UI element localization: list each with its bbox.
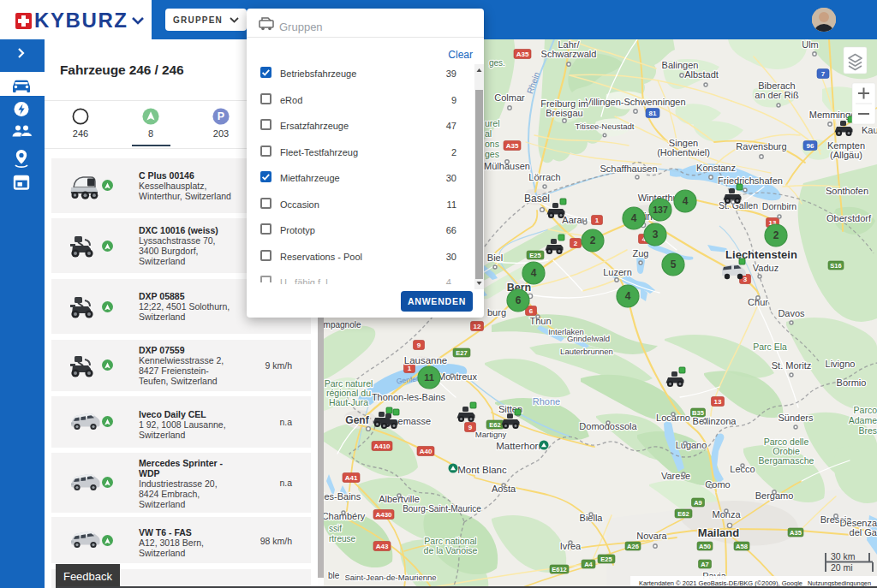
svg-text:Adame: Adame	[849, 415, 877, 425]
svg-text:ble: ble	[328, 571, 340, 580]
svg-text:A41: A41	[345, 474, 358, 482]
svg-text:Zug: Zug	[633, 248, 649, 258]
svg-text:Friedrichshafen: Friedrichshafen	[718, 175, 783, 186]
svg-text:4: 4	[683, 195, 689, 207]
svg-text:urel: urel	[485, 118, 500, 128]
svg-text:St. Moritz: St. Moritz	[772, 360, 811, 371]
svg-text:Villingen-Schwenningen: Villingen-Schwenningen	[585, 97, 685, 107]
svg-text:Schwarzwald: Schwarzwald	[541, 49, 597, 59]
svg-text:A7: A7	[701, 561, 709, 568]
svg-text:Genf: Genf	[345, 414, 369, 426]
svg-text:Vaduz: Vaduz	[753, 263, 779, 273]
svg-text:Lausanne: Lausanne	[404, 355, 448, 365]
svg-text:ons: ons	[485, 139, 499, 149]
svg-text:Mailand: Mailand	[698, 526, 739, 539]
svg-text:KYBURZ: KYBURZ	[34, 9, 128, 32]
svg-text:30 km: 30 km	[831, 551, 856, 561]
svg-text:A35: A35	[790, 529, 802, 537]
svg-text:Oberstdorf: Oberstdorf	[826, 213, 872, 223]
svg-text:A43: A43	[376, 543, 389, 550]
svg-text:12: 12	[474, 323, 481, 330]
svg-text:Matterhorn: Matterhorn	[496, 441, 544, 451]
svg-text:Como: Como	[705, 479, 730, 490]
svg-text:3: 3	[743, 276, 748, 283]
svg-text:A430: A430	[375, 511, 392, 519]
svg-text:9: 9	[417, 342, 421, 349]
svg-text:1: 1	[408, 365, 412, 372]
svg-text:Bormio: Bormio	[837, 377, 867, 388]
svg-text:S16: S16	[830, 262, 841, 270]
svg-text:del Ga: del Ga	[850, 527, 877, 538]
svg-text:A58: A58	[736, 543, 748, 550]
svg-text:Kaufbeuren: Kaufbeuren	[862, 125, 877, 135]
svg-text:Dornbirn: Dornbirn	[762, 201, 796, 211]
svg-text:Varese: Varese	[661, 471, 690, 481]
svg-text:rtreuse: rtreuse	[329, 534, 356, 543]
svg-text:5: 5	[671, 258, 677, 270]
svg-text:A40: A40	[420, 448, 433, 455]
svg-text:ges.: ges.	[489, 58, 505, 68]
svg-text:E612: E612	[552, 566, 567, 573]
svg-text:E62: E62	[677, 510, 689, 518]
svg-text:A9: A9	[694, 499, 702, 507]
svg-text:Davos: Davos	[778, 308, 805, 318]
svg-text:A410: A410	[373, 442, 391, 450]
svg-text:Martigny: Martigny	[475, 430, 507, 439]
svg-text:2: 2	[590, 235, 596, 246]
svg-text:Lugano: Lugano	[676, 440, 707, 450]
svg-text:96: 96	[807, 142, 814, 150]
svg-text:4: 4	[625, 290, 631, 302]
svg-text:9: 9	[468, 424, 473, 431]
svg-text:Bellinzona: Bellinzona	[693, 416, 737, 426]
svg-text:Lörrach: Lörrach	[528, 172, 560, 182]
svg-text:E25: E25	[600, 555, 612, 563]
svg-text:al: al	[485, 128, 492, 139]
svg-text:4: 4	[531, 267, 537, 279]
svg-text:Thun: Thun	[529, 316, 551, 326]
svg-text:Biel: Biel	[487, 252, 503, 263]
svg-text:Novara: Novara	[636, 531, 667, 541]
svg-text:Thonon-les-Bains: Thonon-les-Bains	[372, 392, 446, 402]
svg-text:2: 2	[574, 240, 578, 247]
svg-text:Montreux: Montreux	[438, 371, 477, 382]
svg-text:4: 4	[631, 212, 637, 224]
svg-text:6: 6	[516, 294, 522, 306]
svg-text:A35: A35	[506, 142, 519, 150]
svg-text:Luzern: Luzern	[603, 267, 632, 277]
svg-text:(Hohentwiel): (Hohentwiel)	[657, 147, 710, 157]
svg-text:Sünders: Sünders	[779, 413, 814, 423]
svg-text:A26: A26	[627, 543, 639, 550]
svg-text:Saint-Jean-de-Maurienne: Saint-Jean-de-Maurienne	[344, 573, 436, 582]
svg-text:Rhone: Rhone	[533, 396, 560, 407]
svg-text:Parc Ela: Parc Ela	[753, 342, 787, 352]
svg-text:137: 137	[653, 205, 668, 215]
svg-text:Schaffhausen: Schaffhausen	[600, 163, 657, 174]
svg-text:Ravensburg: Ravensburg	[736, 141, 786, 151]
svg-text:ges: ges	[485, 149, 499, 159]
svg-text:Breisgau: Breisgau	[546, 108, 582, 118]
svg-text:burg: burg	[487, 307, 506, 318]
svg-text:an der Riß: an der Riß	[755, 90, 799, 100]
svg-text:Konstanz: Konstanz	[696, 163, 736, 173]
svg-text:ssif: ssif	[329, 524, 342, 533]
svg-text:A4: A4	[584, 561, 593, 568]
svg-text:Sonthofen: Sonthofen	[826, 186, 868, 196]
svg-text:x-les-Bains: x-les-Bains	[324, 491, 361, 502]
svg-text:de la Vanoise: de la Vanoise	[424, 545, 478, 555]
svg-text:A50: A50	[699, 543, 711, 550]
svg-text:3: 3	[653, 229, 659, 241]
svg-text:Ulm: Ulm	[802, 39, 819, 50]
svg-text:Haut-Jura: Haut-Jura	[329, 397, 368, 407]
svg-text:1: 1	[595, 217, 600, 224]
svg-text:11: 11	[424, 372, 434, 383]
svg-text:Bergamasche: Bergamasche	[759, 455, 814, 466]
svg-text:Mont Blanc: Mont Blanc	[457, 465, 507, 475]
svg-text:Bres: Bres	[858, 425, 877, 436]
svg-text:Titisee-Neustadt: Titisee-Neustadt	[576, 122, 635, 131]
svg-text:Albstadt: Albstadt	[684, 69, 719, 80]
svg-text:Bourg-Saint-Maurice: Bourg-Saint-Maurice	[403, 504, 481, 514]
svg-text:Lauterbrunnen: Lauterbrunnen	[560, 347, 613, 356]
svg-text:Colmar: Colmar	[494, 92, 525, 103]
svg-text:Parco: Parco	[854, 405, 877, 415]
svg-text:hampagnole: hampagnole	[324, 320, 361, 330]
